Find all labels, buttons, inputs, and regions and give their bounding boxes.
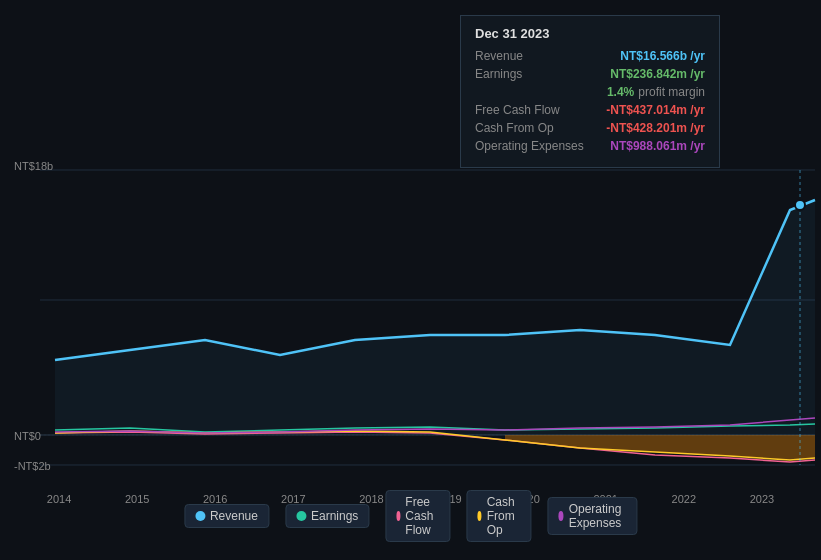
x-label-2015: 2015 bbox=[125, 493, 149, 505]
legend-label-fcf: Free Cash Flow bbox=[405, 495, 439, 537]
svg-point-9 bbox=[795, 200, 805, 210]
tooltip-revenue-label: Revenue bbox=[475, 49, 523, 63]
tooltip-cfo-row: Cash From Op -NT$428.201m /yr bbox=[475, 121, 705, 135]
legend-item-earnings[interactable]: Earnings bbox=[285, 504, 369, 528]
tooltip-fcf-label: Free Cash Flow bbox=[475, 103, 560, 117]
tooltip-fcf-value: -NT$437.014m /yr bbox=[606, 103, 705, 117]
tooltip-profit-margin-row: 1.4% profit margin bbox=[475, 85, 705, 99]
tooltip-cfo-label: Cash From Op bbox=[475, 121, 554, 135]
tooltip-opex-label: Operating Expenses bbox=[475, 139, 584, 153]
x-label-2023: 2023 bbox=[750, 493, 774, 505]
legend-dot-opex bbox=[558, 511, 563, 521]
tooltip-profit-margin-label: profit margin bbox=[638, 85, 705, 99]
tooltip-profit-margin-pct: 1.4% bbox=[607, 85, 634, 99]
legend-dot-fcf bbox=[396, 511, 400, 521]
tooltip-revenue-value: NT$16.566b /yr bbox=[620, 49, 705, 63]
tooltip-panel: Dec 31 2023 Revenue NT$16.566b /yr Earni… bbox=[460, 15, 720, 168]
tooltip-earnings-row: Earnings NT$236.842m /yr bbox=[475, 67, 705, 81]
tooltip-earnings-value: NT$236.842m /yr bbox=[610, 67, 705, 81]
legend-label-revenue: Revenue bbox=[210, 509, 258, 523]
y-axis-zero-label: NT$0 bbox=[14, 430, 41, 442]
legend-item-cfo[interactable]: Cash From Op bbox=[466, 490, 531, 542]
y-axis-top-label: NT$18b bbox=[14, 160, 53, 172]
legend-label-earnings: Earnings bbox=[311, 509, 358, 523]
legend-item-opex[interactable]: Operating Expenses bbox=[547, 497, 637, 535]
legend-dot-cfo bbox=[477, 511, 481, 521]
tooltip-earnings-label: Earnings bbox=[475, 67, 522, 81]
legend-label-opex: Operating Expenses bbox=[569, 502, 626, 530]
tooltip-cfo-value: -NT$428.201m /yr bbox=[606, 121, 705, 135]
tooltip-opex-value: NT$988.061m /yr bbox=[610, 139, 705, 153]
y-axis-neg-label: -NT$2b bbox=[14, 460, 51, 472]
x-label-2022: 2022 bbox=[672, 493, 696, 505]
legend-dot-revenue bbox=[195, 511, 205, 521]
tooltip-revenue-row: Revenue NT$16.566b /yr bbox=[475, 49, 705, 63]
legend-item-revenue[interactable]: Revenue bbox=[184, 504, 269, 528]
tooltip-opex-row: Operating Expenses NT$988.061m /yr bbox=[475, 139, 705, 153]
chart-legend: Revenue Earnings Free Cash Flow Cash Fro… bbox=[184, 490, 637, 542]
legend-label-cfo: Cash From Op bbox=[487, 495, 521, 537]
x-label-2014: 2014 bbox=[47, 493, 71, 505]
tooltip-date: Dec 31 2023 bbox=[475, 26, 705, 41]
tooltip-fcf-row: Free Cash Flow -NT$437.014m /yr bbox=[475, 103, 705, 117]
legend-item-fcf[interactable]: Free Cash Flow bbox=[385, 490, 450, 542]
legend-dot-earnings bbox=[296, 511, 306, 521]
